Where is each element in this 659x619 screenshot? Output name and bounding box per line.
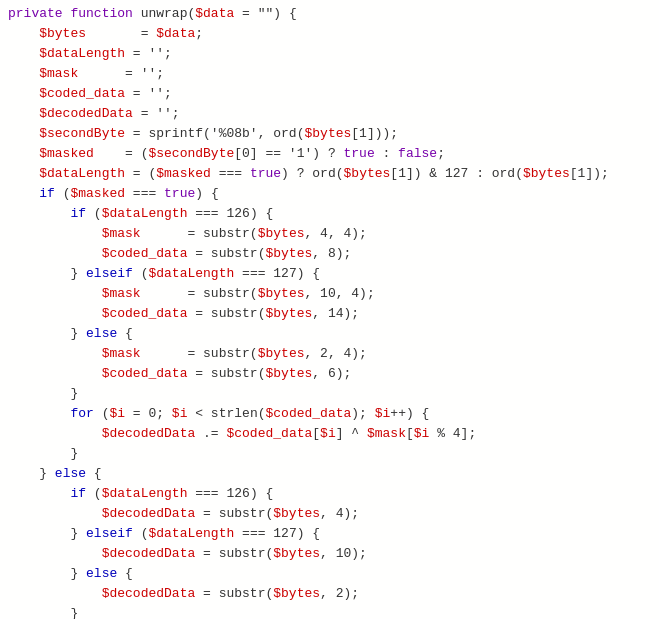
code-line: $decodedData = ''; xyxy=(0,104,659,124)
line-content: } xyxy=(0,444,659,464)
code-line: $mask = substr($bytes, 4, 4); xyxy=(0,224,659,244)
code-line: $coded_data = substr($bytes, 8); xyxy=(0,244,659,264)
line-content: $mask = substr($bytes, 4, 4); xyxy=(0,224,659,244)
code-line: $coded_data = ''; xyxy=(0,84,659,104)
line-content: } else { xyxy=(0,564,659,584)
code-line: if ($dataLength === 126) { xyxy=(0,484,659,504)
line-content: $coded_data = substr($bytes, 6); xyxy=(0,364,659,384)
line-content: $masked = ($secondByte[0] == '1') ? true… xyxy=(0,144,659,164)
code-line: } xyxy=(0,444,659,464)
line-content: $decodedData = substr($bytes, 4); xyxy=(0,504,659,524)
line-content: } else { xyxy=(0,464,659,484)
line-content: $decodedData = substr($bytes, 10); xyxy=(0,544,659,564)
code-line: } else { xyxy=(0,564,659,584)
code-line: $decodedData = substr($bytes, 4); xyxy=(0,504,659,524)
code-line: $masked = ($secondByte[0] == '1') ? true… xyxy=(0,144,659,164)
line-content: $secondByte = sprintf('%08b', ord($bytes… xyxy=(0,124,659,144)
line-content: } xyxy=(0,384,659,404)
line-content: $decodedData = substr($bytes, 2); xyxy=(0,584,659,604)
code-line: $dataLength = ''; xyxy=(0,44,659,64)
code-line: if ($dataLength === 126) { xyxy=(0,204,659,224)
code-line: $decodedData = substr($bytes, 2); xyxy=(0,584,659,604)
code-line: } xyxy=(0,604,659,619)
code-line: $decodedData = substr($bytes, 10); xyxy=(0,544,659,564)
code-line: } elseif ($dataLength === 127) { xyxy=(0,524,659,544)
line-content: $coded_data = ''; xyxy=(0,84,659,104)
code-container: private function unwrap($data = "") { $b… xyxy=(0,0,659,619)
line-content: for ($i = 0; $i < strlen($coded_data); $… xyxy=(0,404,659,424)
line-content: } else { xyxy=(0,324,659,344)
code-line: for ($i = 0; $i < strlen($coded_data); $… xyxy=(0,404,659,424)
code-line: private function unwrap($data = "") { xyxy=(0,4,659,24)
line-content: $mask = ''; xyxy=(0,64,659,84)
line-content: } elseif ($dataLength === 127) { xyxy=(0,264,659,284)
line-content: $bytes = $data; xyxy=(0,24,659,44)
line-content: if ($dataLength === 126) { xyxy=(0,204,659,224)
line-content: if ($masked === true) { xyxy=(0,184,659,204)
code-line: $mask = substr($bytes, 10, 4); xyxy=(0,284,659,304)
code-line: } else { xyxy=(0,464,659,484)
code-line: } xyxy=(0,384,659,404)
code-line: $decodedData .= $coded_data[$i] ^ $mask[… xyxy=(0,424,659,444)
line-content: $decodedData = ''; xyxy=(0,104,659,124)
line-content: $dataLength = ($masked === true) ? ord($… xyxy=(0,164,659,184)
code-line: $bytes = $data; xyxy=(0,24,659,44)
line-content: $coded_data = substr($bytes, 14); xyxy=(0,304,659,324)
code-line: $mask = substr($bytes, 2, 4); xyxy=(0,344,659,364)
code-line: } elseif ($dataLength === 127) { xyxy=(0,264,659,284)
line-content: $coded_data = substr($bytes, 8); xyxy=(0,244,659,264)
line-content: $decodedData .= $coded_data[$i] ^ $mask[… xyxy=(0,424,659,444)
code-line: $coded_data = substr($bytes, 14); xyxy=(0,304,659,324)
code-line: $dataLength = ($masked === true) ? ord($… xyxy=(0,164,659,184)
line-content: } xyxy=(0,604,659,619)
code-line: if ($masked === true) { xyxy=(0,184,659,204)
line-content: $mask = substr($bytes, 2, 4); xyxy=(0,344,659,364)
code-line: $coded_data = substr($bytes, 6); xyxy=(0,364,659,384)
line-content: $mask = substr($bytes, 10, 4); xyxy=(0,284,659,304)
line-content: } elseif ($dataLength === 127) { xyxy=(0,524,659,544)
code-line: $secondByte = sprintf('%08b', ord($bytes… xyxy=(0,124,659,144)
code-line: } else { xyxy=(0,324,659,344)
code-line: $mask = ''; xyxy=(0,64,659,84)
line-content: private function unwrap($data = "") { xyxy=(0,4,659,24)
line-content: if ($dataLength === 126) { xyxy=(0,484,659,504)
line-content: $dataLength = ''; xyxy=(0,44,659,64)
